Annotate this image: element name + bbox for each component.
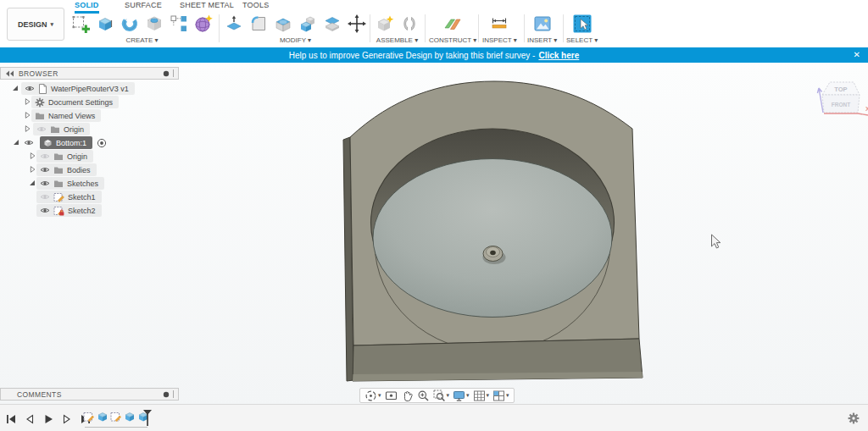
extrude-icon[interactable] — [94, 13, 116, 35]
tab-solid[interactable]: SOLID — [75, 1, 99, 14]
tab-sheet-metal[interactable]: SHEET METAL — [180, 1, 234, 11]
toolbar-group-label-insert[interactable]: INSERT ▾ — [527, 36, 557, 44]
fit-icon[interactable]: ▾ — [432, 390, 451, 402]
select-icon[interactable] — [571, 13, 593, 35]
tree-expand-arrow[interactable] — [28, 165, 36, 174]
timeline-feature-sketch-1[interactable] — [83, 411, 95, 423]
model-dome[interactable] — [373, 159, 612, 318]
timeline-feature-extrude-2[interactable] — [97, 411, 108, 423]
chevron-down-icon[interactable]: ▾ — [506, 392, 509, 399]
tree-item-sketch1[interactable]: Sketch1 — [36, 191, 102, 203]
timeline-feature-extrude-4[interactable] — [124, 411, 136, 423]
visibility-eye-icon[interactable] — [25, 85, 35, 92]
visibility-eye-icon[interactable] — [22, 139, 36, 146]
tree-collapse-arrow[interactable] — [11, 84, 19, 92]
workspace-selector[interactable]: DESIGN ▾ — [7, 8, 64, 41]
toolbar-group-label-select[interactable]: SELECT ▾ — [566, 36, 598, 44]
pan-icon[interactable] — [400, 390, 415, 402]
visibility-eye-icon[interactable] — [40, 207, 50, 214]
chevron-down-icon[interactable]: ▾ — [447, 392, 450, 399]
form-icon[interactable] — [192, 13, 214, 35]
grid-settings-icon[interactable]: ▾ — [472, 390, 491, 402]
view-cube-top-label[interactable]: TOP — [834, 86, 847, 93]
tree-item-label: Document Settings — [48, 98, 113, 107]
tree-item-bodies[interactable]: Bodies — [36, 163, 97, 176]
tree-item-label: Origin — [67, 152, 87, 161]
3d-viewport[interactable]: TOP FRONT X BROWSER WaterPipeRouterV3 v1… — [0, 63, 868, 404]
tree-expand-arrow[interactable] — [23, 97, 31, 106]
chevron-down-icon[interactable]: ▾ — [466, 392, 470, 399]
toolbar-group-label-assemble[interactable]: ASSEMBLE ▾ — [376, 36, 418, 44]
toolbar-group-label-inspect[interactable]: INSPECT ▾ — [482, 36, 517, 44]
navigation-bar: ▾▾▾▾▾ — [359, 388, 515, 403]
canvas-icon[interactable] — [531, 13, 554, 35]
tree-expand-arrow[interactable] — [23, 124, 31, 133]
panel-resize-handle[interactable] — [173, 69, 174, 77]
joint-icon[interactable] — [398, 13, 420, 35]
shell-icon[interactable] — [272, 13, 294, 35]
visibility-eye-off-icon[interactable] — [40, 152, 50, 160]
split-icon[interactable] — [321, 13, 343, 35]
revolve-icon[interactable] — [119, 13, 141, 35]
pattern-icon[interactable] — [168, 13, 190, 35]
timeline-marker[interactable] — [142, 410, 153, 426]
tree-item-document-settings[interactable]: Document Settings — [31, 96, 119, 108]
construct-plane-icon[interactable] — [442, 13, 464, 35]
panel-options-icon[interactable] — [163, 70, 170, 77]
create-sketch-icon[interactable] — [70, 13, 92, 35]
tree-expand-arrow[interactable] — [23, 111, 31, 119]
tab-tools[interactable]: TOOLS — [242, 1, 269, 11]
browser-panel-header[interactable]: BROWSER — [0, 67, 179, 80]
visibility-eye-off-icon[interactable] — [40, 193, 50, 201]
toolbar-group-label-modify[interactable]: MODIFY ▾ — [280, 36, 311, 44]
view-cube[interactable]: TOP FRONT X — [812, 73, 868, 127]
view-cube-front-label[interactable]: FRONT — [832, 102, 850, 108]
tree-item-sketches[interactable]: Sketches — [36, 177, 104, 190]
banner-close-icon[interactable]: ✕ — [854, 47, 860, 63]
tab-surface[interactable]: SURFACE — [125, 1, 162, 11]
zoom-icon[interactable] — [416, 390, 431, 402]
orbit-icon[interactable]: ▾ — [364, 390, 382, 402]
press-pull-icon[interactable] — [223, 13, 245, 35]
toolbar-group-label-construct[interactable]: CONSTRUCT ▾ — [429, 36, 476, 44]
collapse-panel-icon[interactable] — [5, 70, 14, 77]
toolbar-group-label-create[interactable]: CREATE ▾ — [125, 36, 158, 44]
tree-collapse-arrow[interactable] — [12, 138, 20, 146]
comments-resize-handle[interactable] — [173, 390, 174, 398]
activate-component-radio[interactable] — [97, 138, 107, 148]
fillet-icon[interactable] — [248, 13, 270, 35]
combine-icon[interactable] — [297, 13, 319, 35]
move-icon[interactable] — [346, 13, 368, 35]
look-at-icon[interactable] — [384, 390, 398, 402]
banner-link[interactable]: Click here — [538, 51, 579, 60]
step-forward-icon[interactable] — [62, 412, 72, 423]
tree-item-origin[interactable]: Origin — [36, 150, 93, 163]
model-body[interactable] — [343, 81, 643, 381]
tree-item-named-views[interactable]: Named Views — [31, 109, 101, 122]
tree-item-bottom-1[interactable]: Bottom:1 — [22, 136, 107, 149]
go-to-start-icon[interactable] — [6, 412, 16, 423]
step-back-icon[interactable] — [25, 412, 35, 423]
toolbar-group-modify: MODIFY ▾ — [223, 13, 368, 44]
measure-icon[interactable] — [488, 13, 510, 35]
viewports-icon[interactable]: ▾ — [492, 390, 510, 402]
tree-item-origin[interactable]: Origin — [33, 123, 90, 135]
chevron-down-icon[interactable]: ▾ — [487, 392, 490, 399]
visibility-eye-off-icon[interactable] — [36, 125, 47, 133]
hole-icon[interactable] — [143, 13, 165, 35]
selected-component-chip[interactable]: Bottom:1 — [40, 136, 92, 149]
new-component-icon[interactable] — [374, 13, 396, 35]
gear-icon[interactable] — [848, 412, 860, 424]
visibility-eye-icon[interactable] — [40, 180, 50, 187]
tree-collapse-arrow[interactable] — [28, 179, 36, 187]
comments-panel-header[interactable]: COMMENTS — [0, 388, 179, 401]
visibility-eye-icon[interactable] — [40, 166, 50, 174]
tree-expand-arrow[interactable] — [28, 152, 36, 160]
display-settings-icon[interactable]: ▾ — [452, 390, 470, 402]
chevron-down-icon[interactable]: ▾ — [378, 392, 381, 399]
tree-item-sketch2[interactable]: Sketch2 — [36, 204, 102, 217]
play-icon[interactable] — [43, 412, 53, 423]
tree-item-waterpiperouterv3-v1[interactable]: WaterPipeRouterV3 v1 — [21, 82, 135, 95]
comments-options-icon[interactable] — [163, 391, 170, 398]
timeline-feature-sketch-3[interactable] — [110, 411, 122, 423]
